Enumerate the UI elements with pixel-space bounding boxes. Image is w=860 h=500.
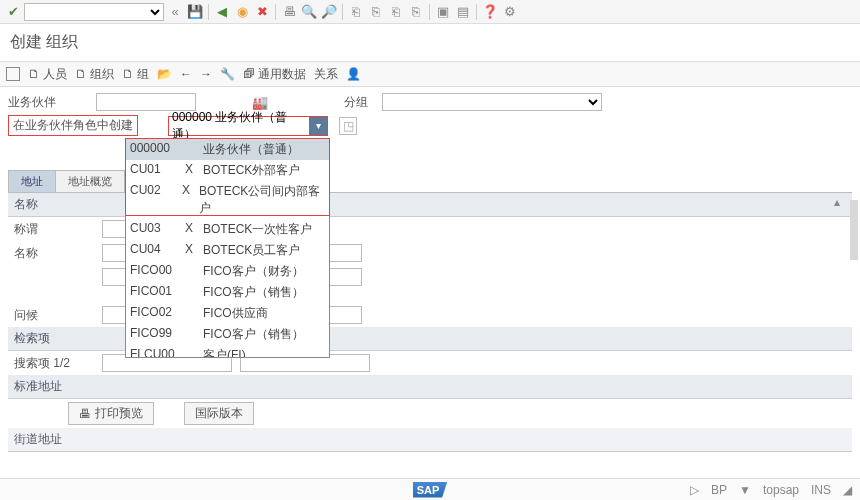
page-last-icon[interactable]: ⎘ (407, 3, 425, 21)
exit-icon[interactable]: ◉ (233, 3, 251, 21)
nav-prev-icon[interactable]: ← (180, 67, 192, 81)
page-up-icon[interactable]: ⎘ (367, 3, 385, 21)
save-icon[interactable]: 💾 (186, 3, 204, 21)
dropdown-item[interactable]: CU04XBOTECK员工客户 (126, 240, 329, 261)
intl-version-button[interactable]: 国际版本 (184, 402, 254, 425)
group-button[interactable]: 🗋 组 (122, 66, 149, 83)
sub-toolbar: 🗋 人员 🗋 组织 🗋 组 📂 ← → 🔧 🗊 通用数据 关系 👤 (0, 61, 860, 87)
relation-button[interactable]: 关系 (314, 66, 338, 83)
page-first-icon[interactable]: ⎗ (347, 3, 365, 21)
create-role-label: 在业务伙伴角色中创建 (8, 115, 138, 136)
scrollbar[interactable] (850, 200, 858, 260)
layout-icon[interactable]: ▤ (454, 3, 472, 21)
org-button[interactable]: 🗋 组织 (75, 66, 114, 83)
find-icon[interactable]: 🔍 (300, 3, 318, 21)
print-preview-button[interactable]: 🖶 打印预览 (68, 402, 154, 425)
building-icon: 🏭 (252, 95, 268, 110)
collapse-icon[interactable]: ▴ (834, 195, 848, 209)
tab-address-overview[interactable]: 地址概览 (55, 170, 125, 192)
dropdown-item[interactable]: FICO99FICO客户（销售） (126, 324, 329, 345)
settings-icon[interactable]: ⚙ (501, 3, 519, 21)
dropdown-item[interactable]: FLCU00客户(FI) (126, 345, 329, 358)
page-title: 创建 组织 (0, 24, 860, 61)
status-bar: SAP ▷ BP ▼ topsap INS ◢ (0, 478, 860, 500)
command-select[interactable] (24, 3, 164, 21)
page-down-icon[interactable]: ⎗ (387, 3, 405, 21)
group-label: 组 (137, 66, 149, 83)
person-label: 人员 (43, 66, 67, 83)
user-icon[interactable]: 👤 (346, 67, 361, 81)
footer-sep: ▷ (690, 483, 699, 497)
cancel-icon[interactable]: ✖ (253, 3, 271, 21)
footer-bp: BP (711, 483, 727, 497)
role-dropdown-list: 000000业务伙伴（普通）CU01XBOTECK外部客户CU02XBOTECK… (125, 138, 330, 358)
print-icon[interactable]: 🖶 (280, 3, 298, 21)
footer-resize-icon: ◢ (843, 483, 852, 497)
dropdown-item[interactable]: CU02XBOTECK公司间内部客户 (126, 181, 329, 219)
prev-icon[interactable]: « (166, 3, 184, 21)
new-session-icon[interactable]: ▣ (434, 3, 452, 21)
footer-user: topsap (763, 483, 799, 497)
partner-label: 业务伙伴 (8, 94, 88, 111)
dropdown-item[interactable]: CU01XBOTECK外部客户 (126, 160, 329, 181)
dropdown-item[interactable]: FICO00FICO客户（财务） (126, 261, 329, 282)
folder-icon[interactable]: 📂 (157, 67, 172, 81)
addr-header: 标准地址 (8, 375, 852, 399)
title-field-label: 称谓 (14, 221, 94, 238)
help-icon[interactable]: ❓ (481, 3, 499, 21)
back-icon[interactable]: ◀ (213, 3, 231, 21)
role-helper-icon[interactable]: ◳ (339, 117, 357, 135)
sap-logo: SAP (413, 482, 448, 498)
addr-section: 标准地址 🖶 打印预览 国际版本 街道地址 (8, 375, 852, 452)
accept-icon[interactable]: ✔ (4, 3, 22, 21)
general-button[interactable]: 🗊 通用数据 (243, 66, 306, 83)
footer-mode: INS (811, 483, 831, 497)
group-label: 分组 (344, 94, 374, 111)
group-select[interactable] (382, 93, 602, 111)
name-field-label: 名称 (14, 245, 94, 262)
dropdown-item[interactable]: FICO02FICO供应商 (126, 303, 329, 324)
nav-next-icon[interactable]: → (200, 67, 212, 81)
grid-button[interactable] (6, 67, 20, 81)
check-icon[interactable]: 🔧 (220, 67, 235, 81)
org-label: 组织 (90, 66, 114, 83)
greeting-label: 问候 (14, 307, 94, 324)
role-dropdown[interactable]: 000000 业务伙伴（普通） ▾ (168, 116, 328, 136)
dropdown-item[interactable]: 000000业务伙伴（普通） (126, 139, 329, 160)
relation-label: 关系 (314, 66, 338, 83)
tab-address[interactable]: 地址 (8, 170, 56, 192)
dropdown-item[interactable]: CU03XBOTECK一次性客户 (126, 219, 329, 240)
dropdown-item[interactable]: FICO01FICO客户（销售） (126, 282, 329, 303)
main-toolbar: ✔ « 💾 ◀ ◉ ✖ 🖶 🔍 🔎 ⎗ ⎘ ⎗ ⎘ ▣ ▤ ❓ ⚙ (0, 0, 860, 24)
street-header: 街道地址 (8, 428, 852, 452)
dropdown-arrow-icon[interactable]: ▾ (309, 117, 327, 135)
person-button[interactable]: 🗋 人员 (28, 66, 67, 83)
general-label: 通用数据 (258, 66, 306, 83)
find-next-icon[interactable]: 🔎 (320, 3, 338, 21)
search12-label: 搜索项 1/2 (14, 355, 94, 372)
